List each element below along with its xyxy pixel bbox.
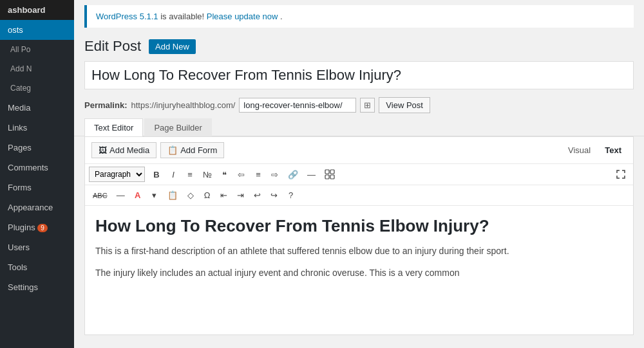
table-icon (325, 169, 335, 179)
indent-button[interactable]: ⇥ (233, 188, 249, 203)
svg-rect-0 (325, 170, 329, 174)
sidebar-item-label: Pl (8, 223, 15, 232)
permalink-base: https://injuryhealthblog.com/ (131, 100, 235, 110)
media-row-left: 🖼 Add Media 📋 Add Form (91, 142, 224, 158)
view-post-button[interactable]: View Post (379, 97, 430, 113)
add-media-icon: 🖼 (99, 145, 107, 155)
undo-button[interactable]: ↩ (250, 188, 265, 203)
sidebar-item-label: A (8, 203, 14, 212)
blockquote-button[interactable]: ❝ (217, 167, 232, 182)
link-button[interactable]: 🔗 (284, 167, 302, 182)
sidebar-item-tools[interactable]: Tools (0, 257, 74, 277)
permalink-row: Permalink: https://injuryhealthblog.com/… (74, 95, 644, 118)
sidebar-item-label: Add N (10, 64, 32, 73)
unordered-list-button[interactable]: ≡ (182, 167, 198, 182)
sidebar-item-label: U (8, 243, 14, 252)
add-media-button[interactable]: 🖼 Add Media (91, 142, 156, 158)
wp-version-link[interactable]: WordPress 5.1.1 (96, 12, 158, 21)
align-left-button[interactable]: ⇦ (234, 167, 249, 182)
sidebar-item-links[interactable]: Links (0, 118, 74, 138)
notice-period: . (280, 12, 283, 21)
content-body[interactable]: How Long To Recover From Tennis Elbow In… (85, 206, 633, 334)
fullscreen-icon (616, 170, 625, 179)
visual-button[interactable]: Visual (563, 143, 596, 158)
hr-button[interactable]: — (113, 188, 129, 203)
special-char-button[interactable]: Ω (200, 188, 215, 203)
page-header: Edit Post Add New (74, 33, 644, 61)
paragraph-select[interactable]: Paragraph (89, 167, 145, 182)
main-content: WordPress 5.1.1 is available! Please upd… (74, 0, 644, 348)
add-form-button[interactable]: 📋 Add Form (160, 142, 224, 158)
svg-rect-1 (330, 170, 334, 174)
permalink-slug-input[interactable] (239, 98, 356, 113)
media-row-right: Visual Text (563, 143, 627, 158)
sidebar-item-label: P (8, 143, 14, 152)
editor-area: 🖼 Add Media 📋 Add Form Visual Text Parag… (84, 136, 634, 335)
sidebar-item-forms[interactable]: Forms (0, 178, 74, 197)
paste-text-button[interactable]: 📋 (164, 188, 182, 203)
sidebar-item-all-posts[interactable]: All Po (0, 40, 74, 59)
tab-text-editor[interactable]: Text Editor (84, 118, 143, 136)
permalink-label: Permalink: (84, 100, 127, 110)
add-form-label: Add Form (180, 145, 217, 155)
sidebar-item-label: Categ (10, 84, 31, 93)
italic-button[interactable]: I (166, 167, 181, 182)
toolbar-row-1: Paragraph B I ≡ № ❝ ⇦ ≡ ⇨ 🔗 — (85, 164, 633, 185)
page-title: Edit Post (84, 38, 141, 55)
redo-button[interactable]: ↪ (267, 188, 282, 203)
align-right-button[interactable]: ⇨ (267, 167, 283, 182)
align-center-button[interactable]: ≡ (251, 167, 266, 182)
post-title-input[interactable] (84, 61, 634, 89)
sidebar-item-pages[interactable]: Pages (0, 138, 74, 158)
sidebar-item-users[interactable]: Users (0, 237, 74, 257)
sidebar-item-label: Li (8, 123, 14, 133)
plugins-badge: 9 (37, 224, 48, 232)
toolbar-row-2: ABC — A ▾ 📋 ◇ Ω ⇤ ⇥ ↩ ↪ ? (85, 185, 633, 206)
sidebar-item-appearance[interactable]: Appearance (0, 197, 74, 217)
outdent-button[interactable]: ⇤ (216, 188, 232, 203)
update-link[interactable]: Please update now (207, 12, 278, 21)
sidebar-item-label: F (8, 183, 13, 192)
svg-rect-3 (330, 175, 334, 179)
notice-text: is available! (160, 12, 207, 21)
horizontal-rule-button[interactable]: — (303, 167, 319, 182)
sidebar-item-label: T (8, 262, 12, 272)
text-button[interactable]: Text (600, 143, 627, 158)
tab-page-builder[interactable]: Page Builder (144, 118, 211, 136)
permalink-edit-icon[interactable]: ⊞ (360, 98, 375, 113)
sidebar-item-label: S (8, 282, 14, 292)
fullscreen-button[interactable] (612, 167, 629, 181)
sidebar-item-label: M (8, 103, 15, 113)
add-media-label: Add Media (109, 145, 149, 155)
sidebar-item-posts[interactable]: osts (0, 20, 74, 40)
table-button[interactable] (321, 167, 339, 182)
editor-tabs: Text Editor Page Builder (74, 118, 644, 136)
add-form-icon: 📋 (167, 145, 178, 155)
sidebar-item-label: C (8, 163, 14, 172)
sidebar: ashboard osts All Po Add N Categ Media L… (0, 0, 74, 348)
svg-rect-2 (325, 175, 329, 179)
content-heading: How Long To Recover From Tennis Elbow In… (95, 216, 623, 236)
update-notice: WordPress 5.1.1 is available! Please upd… (84, 5, 634, 28)
ordered-list-button[interactable]: № (199, 167, 216, 182)
strikethrough-button[interactable]: ABC (89, 189, 111, 202)
sidebar-item-label: osts (8, 25, 23, 35)
sidebar-item-comments[interactable]: Comments (0, 158, 74, 178)
sidebar-item-plugins[interactable]: Plugins 9 (0, 217, 74, 237)
text-color-button[interactable]: A (130, 188, 146, 203)
sidebar-item-media[interactable]: Media (0, 98, 74, 118)
bold-button[interactable]: B (149, 167, 164, 182)
content-para-1: This is a first-hand description of an a… (95, 244, 623, 258)
help-button[interactable]: ? (283, 188, 299, 203)
text-color-dropdown[interactable]: ▾ (147, 188, 162, 203)
sidebar-item-new[interactable]: Add N (0, 59, 74, 78)
sidebar-item-settings[interactable]: Settings (0, 277, 74, 297)
sidebar-item-categories[interactable]: Categ (0, 78, 74, 98)
sidebar-item-label: All Po (10, 45, 30, 54)
add-new-button[interactable]: Add New (149, 39, 196, 54)
content-para-2: The injury likely includes an actual inj… (95, 266, 623, 280)
media-row: 🖼 Add Media 📋 Add Form Visual Text (85, 137, 633, 164)
clear-format-button[interactable]: ◇ (183, 188, 198, 203)
post-title-wrap (74, 61, 644, 89)
sidebar-dashboard[interactable]: ashboard (0, 0, 74, 20)
